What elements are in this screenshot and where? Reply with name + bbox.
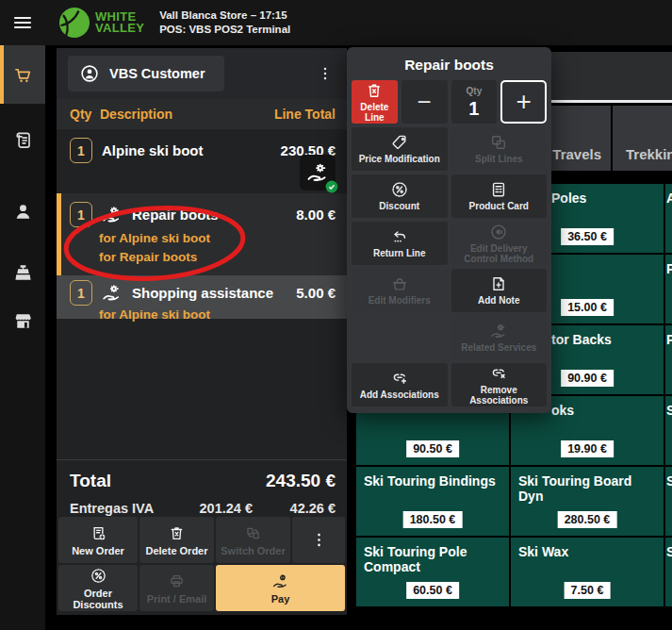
more-actions-button[interactable] — [292, 517, 345, 563]
return-icon — [390, 227, 409, 246]
line-price: 5.00 € — [296, 285, 336, 301]
tab-trekking[interactable]: Trekking & — [613, 106, 672, 171]
edit-modifiers-button[interactable]: Edit Modifiers — [352, 269, 448, 312]
sidebar-item-register[interactable] — [0, 250, 45, 295]
trash-icon — [365, 81, 384, 100]
sidebar-item-customers[interactable] — [0, 189, 45, 234]
total-value: 243.50 € — [266, 471, 336, 491]
price-badge: 15.00 € — [561, 299, 614, 316]
sidebar-item-receipts[interactable] — [0, 117, 45, 162]
price-badge: 180.50 € — [403, 511, 463, 528]
hand-coin-icon — [271, 572, 289, 590]
association-note: for Alpine ski boot — [99, 307, 336, 323]
product-tile-ski-wax[interactable]: Ski Wax 7.50 € — [511, 538, 664, 606]
delete-line-button[interactable]: Delete Line — [352, 80, 398, 124]
sidebar-item-cart[interactable] — [0, 45, 45, 104]
note-plus-icon — [489, 274, 508, 293]
line-actions-popup: Repair boots Delete Line − Qty 1 + Price… — [347, 47, 551, 413]
remove-associations-button[interactable]: Remove Associations — [451, 363, 548, 406]
kebab-icon — [310, 531, 328, 549]
product-tile[interactable]: S — [665, 396, 672, 465]
print-email-button[interactable]: Print / Email — [139, 565, 214, 611]
basket-icon — [390, 274, 409, 293]
discount-button[interactable]: Discount — [352, 174, 448, 218]
product-tile-ski-touring-board-dyn[interactable]: Ski Touring Board Dyn 280.50 € — [511, 467, 664, 536]
popup-title: Repair boots — [347, 47, 551, 80]
edit-delivery-control-method-button[interactable]: Edit Delivery Control Method — [451, 222, 548, 265]
link-plus-icon — [390, 369, 409, 388]
switch-order-button[interactable]: Switch Order — [216, 517, 290, 563]
split-icon — [489, 133, 508, 152]
store-info: Vall Blanca Store – 17:15 POS: VBS POS2 … — [159, 8, 290, 37]
product-tile[interactable]: P — [665, 255, 672, 323]
product-tile[interactable]: A — [665, 184, 672, 253]
product-tile[interactable]: S — [665, 467, 672, 536]
price-badge: 280.50 € — [558, 511, 617, 528]
order-menu-button[interactable] — [317, 65, 334, 82]
add-associations-button[interactable]: Add Associations — [352, 363, 448, 406]
new-order-button[interactable]: New Order — [58, 517, 138, 563]
qty-badge: 1 — [70, 202, 92, 227]
line-name: Repair boots — [132, 207, 296, 223]
product-tile-ski-touring-pole-compact[interactable]: Ski Touring Pole Compact 60.50 € — [356, 538, 509, 606]
order-line-shopping-assistance[interactable]: 1 Shopping assistance 5.00 € for Alpine … — [57, 275, 347, 319]
product-tile[interactable]: S — [665, 538, 672, 606]
pay-button[interactable]: Pay — [216, 565, 345, 611]
return-line-button[interactable]: Return Line — [352, 222, 448, 265]
qty-increase-button[interactable]: + — [500, 80, 547, 124]
line-name: Alpine ski boot — [102, 142, 281, 158]
product-tile[interactable]: P — [665, 325, 672, 394]
price-badge: 90.50 € — [406, 440, 459, 457]
order-panel: VBS Customer Qty Description Line Total … — [57, 48, 347, 615]
price-badge: 7.50 € — [565, 582, 611, 599]
store-icon — [12, 310, 34, 332]
qty-decrease-button[interactable]: − — [402, 80, 448, 124]
association-note: for Repair boots — [99, 250, 336, 265]
white-valley-logo-icon — [58, 7, 90, 39]
customer-band: VBS Customer — [57, 48, 347, 99]
qty-display[interactable]: Qty 1 — [451, 80, 498, 124]
delete-order-button[interactable]: Delete Order — [139, 517, 214, 563]
customer-button[interactable]: VBS Customer — [68, 56, 224, 91]
discount-icon — [390, 180, 409, 199]
product-tile-ski-touring-bindings[interactable]: Ski Touring Bindings 180.50 € — [356, 467, 509, 536]
order-actions: New Order Delete Order Switch Order Orde… — [58, 517, 345, 611]
order-line-repair-boots[interactable]: 1 Repair boots 8.00 € for Alpine ski boo… — [57, 193, 347, 275]
store-name-time: Vall Blanca Store – 17:15 — [159, 8, 290, 23]
price-modification-button[interactable]: Price Modification — [352, 127, 448, 171]
split-lines-button[interactable]: Split Lines — [451, 127, 548, 171]
tag-icon — [390, 133, 409, 152]
sidebar-item-store[interactable] — [0, 298, 45, 343]
qty-badge: 1 — [70, 138, 92, 163]
printer-icon — [168, 572, 186, 590]
price-badge: 90.90 € — [561, 370, 614, 387]
price-badge: 19.90 € — [561, 440, 614, 457]
qty-badge: 1 — [70, 280, 92, 306]
hand-gear-icon — [489, 322, 508, 340]
price-badge: 36.50 € — [561, 228, 614, 245]
line-name: Shopping assistance — [132, 285, 296, 301]
person-icon — [12, 201, 34, 223]
kebab-icon — [317, 65, 334, 82]
pos-terminal-name: POS: VBS POS2 Terminal — [159, 23, 290, 37]
switch-order-icon — [244, 524, 262, 542]
hand-gear-icon — [101, 282, 123, 304]
cart-icon — [12, 64, 34, 86]
order-columns-header: Qty Description Line Total — [57, 99, 347, 129]
total-label: Total — [70, 471, 111, 491]
menu-button[interactable] — [0, 0, 45, 45]
customer-name: VBS Customer — [109, 66, 205, 81]
card-icon — [489, 180, 508, 199]
order-line-alpine-ski-boot[interactable]: 1 Alpine ski boot 230.50 € — [57, 129, 347, 193]
qty-column-header: Qty — [70, 107, 100, 122]
order-discounts-button[interactable]: Order Discounts — [58, 565, 138, 611]
price-badge: 60.50 € — [406, 582, 459, 599]
line-price: 8.00 € — [296, 207, 336, 223]
cash-register-icon — [12, 262, 34, 284]
brand-logo: WHITE VALLEY — [58, 7, 144, 39]
related-services-button[interactable]: Related Services — [451, 316, 548, 359]
related-service-badge — [300, 155, 336, 191]
receipt-icon — [12, 129, 34, 151]
add-note-button[interactable]: Add Note — [451, 269, 548, 312]
product-card-button[interactable]: Product Card — [451, 174, 548, 218]
